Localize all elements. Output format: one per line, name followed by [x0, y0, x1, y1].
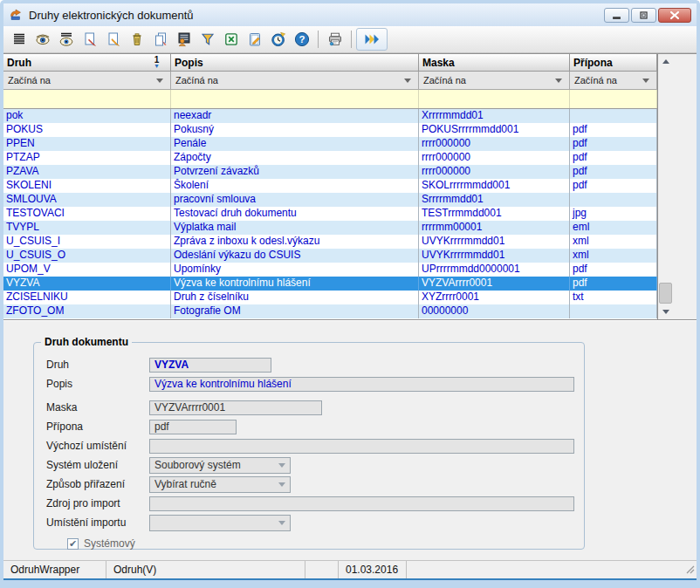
assign-records-button[interactable]	[172, 28, 196, 51]
edit-form-button[interactable]	[243, 28, 266, 51]
data-grid: Druh1▼PopisMaskaPřípona Začíná naZačíná …	[3, 53, 697, 320]
titlebar: Druhy elektronických dokumentů	[3, 3, 697, 26]
minimize-button[interactable]	[604, 8, 629, 23]
filter-mode-pripona[interactable]: Začíná na	[570, 72, 657, 89]
pripona-field[interactable]: pdf	[149, 420, 237, 434]
field-row-system-ulozeni: Systém uloženíSouborový systém	[46, 455, 584, 475]
cell-druh: VYZVA	[3, 277, 171, 291]
filter-mode-label: Začíná na	[8, 75, 51, 85]
filter-button[interactable]	[196, 28, 219, 51]
zpusob-prirazeni-value: Vybírat ručně	[154, 478, 216, 490]
pripona-label: Přípona	[46, 420, 149, 433]
druh-value: VYZVA	[154, 359, 189, 371]
export-excel-button[interactable]	[219, 28, 243, 51]
continue-button[interactable]	[356, 28, 388, 51]
umisteni-importu-field[interactable]	[149, 515, 291, 531]
column-header-druh[interactable]: Druh1▼	[3, 54, 171, 71]
zdroj-pro-import-field[interactable]	[149, 496, 574, 511]
cell-druh: ZCISELNIKU	[3, 291, 171, 304]
field-row-umisteni-importu: Umístění importu	[46, 513, 584, 532]
resize-grip[interactable]	[684, 564, 695, 577]
delete-record-button[interactable]	[125, 28, 148, 51]
filter-mode-popis[interactable]: Začíná na	[171, 72, 419, 89]
column-header-maska[interactable]: Maska	[419, 54, 570, 71]
cell-druh: PPEN	[3, 137, 171, 151]
table-row[interactable]: PZAVAPotvrzení závazkůrrrr000000pdf	[3, 165, 657, 179]
help-button[interactable]: ?	[290, 28, 313, 51]
status-cell-text: 01.03.2016	[346, 564, 398, 576]
sort-indicator: 1▼	[154, 57, 160, 69]
table-row[interactable]: pokneexadrXrrrrmmdd01	[3, 109, 657, 123]
pripona-value: pdf	[154, 420, 169, 433]
filter-mode-druh[interactable]: Začíná na	[3, 72, 171, 89]
cell-maska: VYZVArrrr0001	[419, 277, 570, 291]
detail-panel: Druh dokumentu DruhVYZVAPopisVýzva ke ko…	[3, 320, 697, 560]
cell-druh: U_CSUIS_I	[3, 235, 171, 249]
table-row[interactable]: ZFOTO_OMFotografie OM00000000	[3, 304, 657, 318]
history-button[interactable]	[266, 28, 290, 51]
zpusob-prirazeni-field[interactable]: Vybírat ručně	[149, 476, 291, 493]
systemovy-checkbox[interactable]: ✔	[67, 538, 79, 550]
table-row[interactable]: UPOM_VUpomínkyUPrrrrmmdd0000001pdf	[3, 263, 657, 277]
grid-filter-row: Začíná naZačíná naZačíná naZačíná na	[3, 72, 657, 90]
cell-maska: rrrrmm00001	[419, 221, 570, 235]
status-cell-3: 01.03.2016	[339, 561, 407, 578]
dropdown-arrow-icon	[404, 79, 411, 83]
maska-field[interactable]: VYZVArrrr0001	[149, 400, 322, 415]
edit-form-icon	[247, 31, 263, 47]
copy-record-button[interactable]	[148, 28, 172, 51]
filter-mode-label: Začíná na	[574, 75, 617, 85]
minimize-icon	[605, 9, 628, 22]
delete-record-icon	[129, 31, 145, 47]
table-row[interactable]: ZCISELNIKUDruh z číselníkuXYZrrrr0001txt	[3, 291, 657, 304]
table-row[interactable]: SKOLENIŠkoleníSKOLrrrrmmdd001pdf	[3, 179, 657, 193]
field-row-pripona: Příponapdf	[46, 417, 584, 436]
scroll-down-button[interactable]	[658, 304, 673, 319]
new-record-button[interactable]	[78, 28, 101, 51]
column-header-popis[interactable]: Popis	[171, 54, 419, 71]
window-title: Druhy elektronických dokumentů	[29, 9, 194, 22]
browse-list-button[interactable]	[7, 28, 31, 51]
table-row[interactable]: TESTOVACITestovací druh dokumentuTESTrrm…	[3, 207, 657, 221]
vertical-scrollbar[interactable]	[658, 54, 673, 319]
restore-button[interactable]	[631, 8, 656, 23]
print-button[interactable]	[323, 28, 347, 51]
system-ulozeni-value: Souborový systém	[154, 459, 241, 471]
restore-icon	[632, 9, 655, 22]
system-ulozeni-field[interactable]: Souborový systém	[149, 457, 291, 474]
view-columns-button[interactable]	[54, 28, 78, 51]
view-button[interactable]	[31, 28, 54, 51]
scroll-thumb[interactable]	[659, 283, 672, 304]
vychozi-umisteni-field[interactable]	[149, 439, 574, 454]
cell-druh: UPOM_V	[3, 263, 171, 277]
column-header-pripona[interactable]: Přípona	[570, 54, 657, 71]
cell-pripona: jpg	[570, 207, 657, 221]
filter-icon	[200, 31, 216, 47]
druh-field[interactable]: VYZVA	[149, 358, 271, 373]
maska-value: VYZVArrrr0001	[154, 401, 225, 414]
table-row[interactable]: POKUSPokusnýPOKUSrrrrmmdd001pdf	[3, 123, 657, 137]
scroll-up-button[interactable]	[658, 54, 673, 69]
table-row[interactable]: PTZAPZápočtyrrrr000000pdf	[3, 151, 657, 165]
detail-fields: DruhVYZVAPopisVýzva ke kontrolnímu hláše…	[46, 355, 584, 532]
table-row-selected[interactable]: VYZVAVýzva ke kontrolnímu hlášeníVYZVArr…	[3, 277, 657, 291]
filter-input-pripona[interactable]	[570, 90, 657, 108]
filter-input-druh[interactable]	[3, 90, 171, 108]
edit-record-button[interactable]	[101, 28, 125, 51]
popis-field[interactable]: Výzva ke kontrolnímu hlášení	[149, 377, 574, 392]
systemovy-checkbox-row: ✔ Systémový	[67, 537, 584, 550]
table-row[interactable]: U_CSUIS_IZpráva z inboxu k odesl.výkazuU…	[3, 235, 657, 249]
close-button[interactable]	[658, 8, 691, 23]
table-row[interactable]: U_CSUIS_OOdeslání výkazu do CSUISUVYKrrr…	[3, 249, 657, 263]
filter-input-popis[interactable]	[171, 90, 419, 108]
filter-input-maska[interactable]	[419, 90, 570, 108]
cell-druh: ZFOTO_OM	[3, 304, 171, 318]
arrow-up-icon	[662, 59, 669, 64]
cell-pripona: txt	[570, 291, 657, 304]
filter-mode-maska[interactable]: Začíná na	[419, 72, 570, 89]
table-row[interactable]: PPENPenálerrrr000000pdf	[3, 137, 657, 151]
field-row-zpusob-prirazeni: Způsob přiřazeníVybírat ručně	[46, 475, 584, 494]
cell-pripona: pdf	[570, 165, 657, 179]
table-row[interactable]: TVYPLVýplatka mailrrrrmm00001eml	[3, 221, 657, 235]
table-row[interactable]: SMLOUVApracovní smlouvaSrrrrmmdd01	[3, 193, 657, 207]
